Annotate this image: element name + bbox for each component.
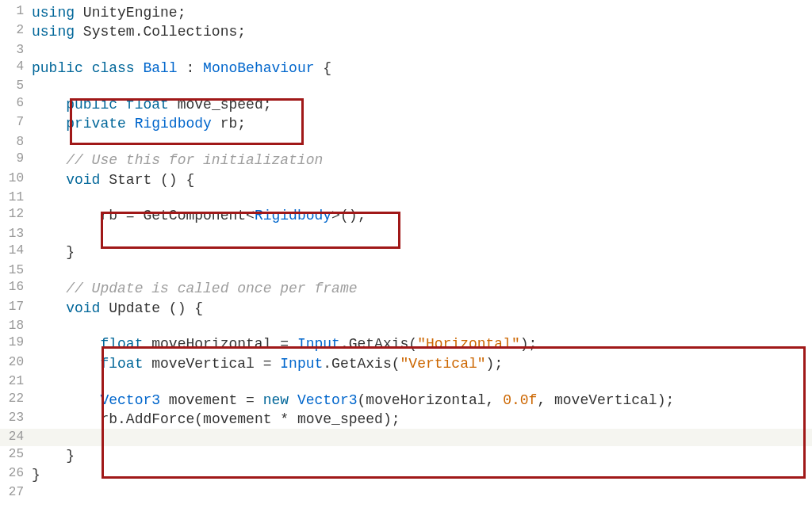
code-line: 18	[0, 318, 812, 335]
line-number: 22	[0, 391, 32, 410]
code-token: Collections	[143, 24, 237, 40]
code-token	[32, 172, 66, 188]
line-number: 27	[0, 484, 32, 502]
code-token: MonoBehaviour	[203, 60, 314, 76]
code-token: () {	[160, 300, 203, 316]
code-line: 15	[0, 262, 812, 280]
code-line: 11	[0, 189, 812, 207]
line-number: 23	[0, 410, 32, 429]
code-token: }	[32, 244, 75, 260]
code-token: public	[32, 60, 83, 76]
code-token: System	[83, 24, 135, 40]
line-content	[32, 42, 812, 59]
line-content: // Use this for initialization	[32, 151, 812, 170]
line-number: 10	[0, 170, 32, 189]
line-content	[32, 318, 812, 335]
line-number: 18	[0, 318, 32, 335]
code-token	[32, 336, 100, 352]
code-token	[83, 60, 92, 76]
code-token: Start	[109, 172, 151, 188]
code-token: }	[32, 448, 75, 464]
line-number: 13	[0, 226, 32, 243]
code-token: () {	[151, 172, 194, 188]
code-token: ;	[178, 5, 186, 21]
line-number: 8	[0, 134, 32, 151]
code-token: using	[32, 24, 75, 40]
line-number: 6	[0, 95, 32, 114]
code-token: Update	[109, 300, 160, 316]
line-number: 19	[0, 334, 32, 353]
highlight-box-update-body	[102, 346, 806, 479]
line-number: 21	[0, 373, 32, 391]
line-number: 12	[0, 206, 32, 225]
line-content: void Start () {	[32, 170, 812, 189]
line-number: 16	[0, 279, 32, 298]
line-number: 24	[0, 429, 32, 446]
line-content	[32, 189, 812, 207]
code-token: void	[66, 172, 100, 188]
line-number: 1	[0, 3, 32, 22]
line-number: 17	[0, 299, 32, 318]
line-number: 7	[0, 114, 32, 133]
line-content	[32, 262, 812, 280]
highlight-box-declarations	[70, 98, 304, 145]
code-token	[75, 5, 83, 21]
code-token	[32, 411, 100, 427]
line-number: 4	[0, 59, 32, 78]
line-number: 5	[0, 78, 32, 95]
code-token: // Use this for initialization	[66, 152, 323, 168]
line-number: 9	[0, 151, 32, 170]
line-content: public class Ball : MonoBehaviour {	[32, 59, 812, 78]
code-token: // Update is called once per frame	[66, 281, 357, 296]
code-token: UnityEngine	[83, 5, 178, 21]
code-token	[32, 281, 66, 296]
code-token	[135, 60, 144, 76]
code-line: 3	[0, 42, 812, 59]
line-number: 15	[0, 262, 32, 280]
line-number: 11	[0, 189, 32, 207]
code-line: 17 void Update () {	[0, 299, 812, 318]
code-line: 5	[0, 78, 812, 95]
code-line: 16 // Update is called once per frame	[0, 279, 812, 298]
code-token	[32, 97, 66, 113]
line-content: using System.Collections;	[32, 22, 812, 41]
code-token: }	[32, 467, 40, 483]
code-token	[32, 392, 100, 408]
code-token	[32, 300, 66, 316]
line-number: 14	[0, 242, 32, 262]
code-token	[75, 24, 83, 40]
line-content: using UnityEngine;	[32, 3, 812, 22]
highlight-box-start-body	[101, 212, 400, 249]
code-line: 4public class Ball : MonoBehaviour {	[0, 59, 812, 78]
code-line: 1using UnityEngine;	[0, 3, 812, 22]
code-line: 27	[0, 484, 812, 502]
code-token	[32, 152, 66, 168]
code-line: 2using System.Collections;	[0, 22, 812, 41]
line-number: 20	[0, 354, 32, 373]
line-number: 2	[0, 22, 32, 41]
line-content: void Update () {	[32, 299, 812, 318]
line-number: 26	[0, 465, 32, 484]
code-token	[32, 208, 100, 223]
line-content	[32, 484, 812, 502]
code-token: class	[92, 60, 135, 76]
line-content: // Update is called once per frame	[32, 279, 812, 298]
code-line: 10 void Start () {	[0, 170, 812, 189]
code-token: .	[135, 24, 144, 40]
code-token: {	[315, 60, 332, 76]
line-number: 3	[0, 42, 32, 59]
code-token	[100, 300, 109, 316]
line-content	[32, 78, 812, 95]
code-line: 9 // Use this for initialization	[0, 151, 812, 170]
code-token	[32, 116, 66, 132]
code-token: using	[32, 5, 75, 21]
code-token: ;	[237, 24, 246, 40]
code-token: :	[178, 60, 203, 76]
code-token	[100, 172, 109, 188]
code-token	[32, 356, 100, 372]
code-token: Ball	[143, 60, 177, 76]
line-number: 25	[0, 446, 32, 465]
code-token: void	[66, 300, 100, 316]
